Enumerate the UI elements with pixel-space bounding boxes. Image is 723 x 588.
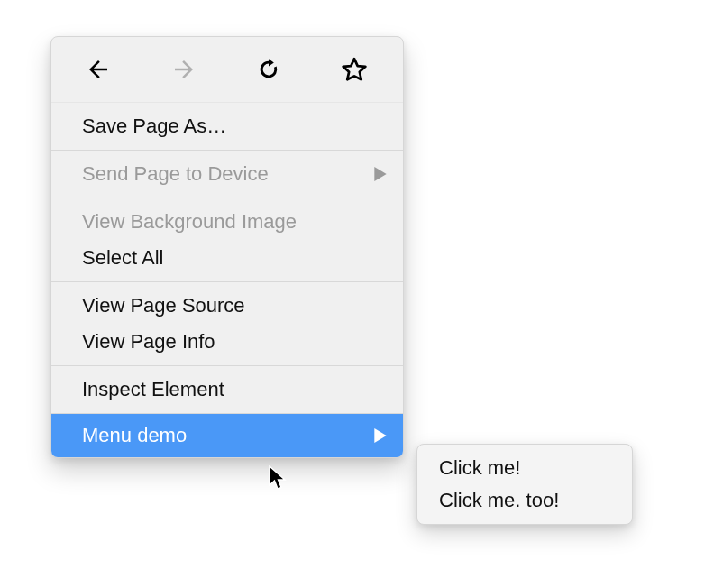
menu-item-view-background-image: View Background Image bbox=[51, 204, 403, 240]
menu-item-label: Send Page to Device bbox=[82, 160, 269, 188]
submenu: Click me! Click me. too! bbox=[416, 444, 633, 525]
menu-item-menu-demo[interactable]: Menu demo bbox=[51, 414, 403, 457]
forward-arrow-icon bbox=[170, 56, 197, 83]
menu-item-label: View Background Image bbox=[82, 207, 297, 236]
menu-group: Save Page As… bbox=[51, 103, 403, 150]
menu-item-label: Click me. too! bbox=[439, 486, 559, 515]
menu-item-label: Save Page As… bbox=[82, 112, 226, 141]
toolbar-row bbox=[51, 37, 403, 102]
menu-item-label: Inspect Element bbox=[82, 375, 224, 404]
forward-button[interactable] bbox=[160, 46, 207, 93]
menu-group: Send Page to Device bbox=[51, 151, 403, 198]
chevron-right-icon bbox=[374, 428, 387, 443]
menu-item-view-page-info[interactable]: View Page Info bbox=[51, 324, 403, 360]
menu-item-send-page-to-device: Send Page to Device bbox=[51, 156, 403, 192]
submenu-item-click-me-too[interactable]: Click me. too! bbox=[417, 484, 632, 517]
menu-group: Inspect Element bbox=[51, 366, 403, 413]
menu-group: View Background Image Select All bbox=[51, 198, 403, 281]
chevron-right-icon bbox=[374, 167, 387, 181]
star-icon bbox=[341, 56, 368, 83]
menu-item-label: View Page Source bbox=[82, 291, 245, 320]
menu-item-select-all[interactable]: Select All bbox=[51, 240, 403, 276]
context-menu: Save Page As… Send Page to Device View B… bbox=[50, 36, 404, 458]
back-button[interactable] bbox=[75, 46, 122, 93]
menu-item-label: Click me! bbox=[439, 454, 520, 482]
back-arrow-icon bbox=[85, 56, 112, 83]
reload-icon bbox=[256, 57, 281, 82]
menu-item-label: Select All bbox=[82, 243, 164, 272]
submenu-item-click-me[interactable]: Click me! bbox=[417, 452, 632, 484]
menu-item-inspect-element[interactable]: Inspect Element bbox=[51, 372, 403, 408]
menu-item-label: Menu demo bbox=[82, 421, 187, 450]
menu-item-label: View Page Info bbox=[82, 327, 215, 356]
bookmark-button[interactable] bbox=[331, 46, 378, 93]
reload-button[interactable] bbox=[245, 46, 292, 93]
menu-group: View Page Source View Page Info bbox=[51, 282, 403, 365]
menu-group: Menu demo bbox=[51, 414, 403, 457]
menu-item-save-page-as[interactable]: Save Page As… bbox=[51, 108, 403, 144]
menu-item-view-page-source[interactable]: View Page Source bbox=[51, 288, 403, 324]
cursor-icon bbox=[269, 465, 288, 491]
